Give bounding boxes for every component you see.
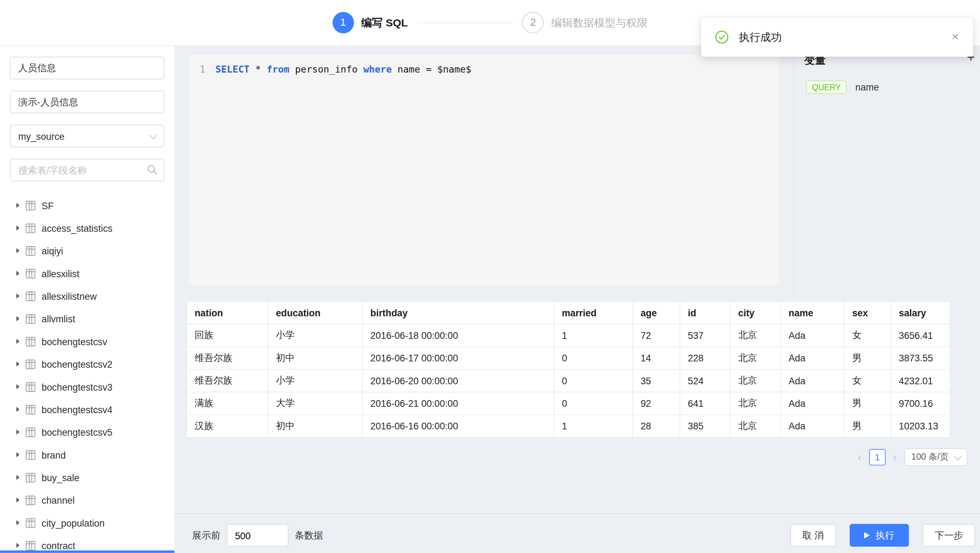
tree-item[interactable]: bochengtestcsv4 bbox=[0, 398, 174, 421]
caret-right-icon[interactable] bbox=[16, 226, 19, 230]
caret-right-icon[interactable] bbox=[16, 475, 19, 480]
caret-right-icon[interactable] bbox=[16, 498, 19, 503]
column-header: nation bbox=[187, 302, 268, 324]
table-name: allesxilist bbox=[41, 268, 79, 279]
next-step-button[interactable]: 下一步 bbox=[923, 524, 975, 547]
tree-item[interactable]: channel bbox=[0, 489, 174, 511]
table-icon bbox=[26, 427, 35, 437]
sql-editor[interactable]: 1 SELECT * from person_info where name =… bbox=[188, 54, 781, 287]
table-icon bbox=[26, 382, 35, 391]
cell: 641 bbox=[680, 392, 730, 415]
search-box bbox=[10, 159, 164, 181]
success-toast: 执行成功 ✕ bbox=[701, 17, 973, 57]
pagination: ‹ 1 › 100 条/页 bbox=[858, 448, 967, 466]
cell: 10203.13 bbox=[891, 415, 950, 437]
table-icon bbox=[26, 223, 35, 233]
caret-right-icon[interactable] bbox=[16, 520, 19, 525]
table-name: allesxilistnew bbox=[41, 291, 97, 301]
tree-item[interactable]: access_statistics bbox=[0, 217, 174, 239]
sql-text: name = $name$ bbox=[392, 64, 471, 75]
cell: 北京 bbox=[730, 369, 781, 392]
tree-item[interactable]: aiqiyi bbox=[0, 239, 174, 262]
column-header: id bbox=[680, 302, 730, 324]
current-page-button[interactable]: 1 bbox=[869, 449, 885, 465]
table-icon bbox=[26, 200, 35, 210]
caret-right-icon[interactable] bbox=[16, 452, 19, 457]
search-icon bbox=[147, 164, 158, 175]
page-size-select[interactable]: 100 条/页 bbox=[904, 448, 967, 466]
cell: 北京 bbox=[730, 346, 781, 369]
dataset-name-input[interactable] bbox=[10, 57, 164, 79]
tree-item[interactable]: city_population bbox=[0, 512, 174, 534]
cancel-button[interactable]: 取 消 bbox=[791, 524, 836, 547]
search-input[interactable] bbox=[10, 159, 164, 181]
tree-item[interactable]: brand bbox=[0, 443, 174, 466]
caret-right-icon[interactable] bbox=[16, 316, 19, 321]
caret-right-icon[interactable] bbox=[16, 293, 19, 298]
run-button[interactable]: 执行 bbox=[850, 524, 909, 547]
cell: 385 bbox=[680, 415, 730, 437]
prev-page-button[interactable]: ‹ bbox=[858, 451, 862, 463]
table-name: allvmlist bbox=[41, 313, 75, 324]
caret-right-icon[interactable] bbox=[16, 361, 19, 366]
column-header: city bbox=[730, 302, 781, 324]
tree-item[interactable]: allesxilistnew bbox=[0, 284, 174, 307]
table-icon bbox=[26, 314, 35, 323]
tree-item[interactable]: bochengtestcsv bbox=[0, 330, 174, 353]
table-icon bbox=[26, 450, 35, 460]
sidebar-scrollbar[interactable] bbox=[0, 551, 174, 553]
cell: Ada bbox=[781, 369, 845, 392]
table-name: bochengtestcsv3 bbox=[41, 381, 112, 392]
chevron-down-icon bbox=[954, 452, 962, 460]
success-check-icon bbox=[715, 30, 729, 44]
tree-item[interactable]: allesxilist bbox=[0, 262, 174, 284]
table-name: bochengtestcsv2 bbox=[41, 359, 112, 369]
cell: 0 bbox=[554, 369, 633, 392]
caret-right-icon[interactable] bbox=[16, 407, 19, 412]
limit-input[interactable] bbox=[227, 524, 288, 547]
tree-item[interactable]: bochengtestcsv5 bbox=[0, 421, 174, 443]
line-number: 1 bbox=[200, 64, 205, 75]
run-button-label: 执行 bbox=[875, 529, 894, 541]
table-icon bbox=[26, 473, 35, 482]
cell: Ada bbox=[781, 415, 845, 437]
table-name: contract bbox=[41, 540, 75, 551]
caret-right-icon[interactable] bbox=[16, 384, 19, 389]
tree-item[interactable]: allvmlist bbox=[0, 307, 174, 330]
cell: 初中 bbox=[268, 415, 363, 437]
sidebar: my_source SF access_statistics aiqiyi al… bbox=[0, 45, 175, 553]
tree-item[interactable]: buy_sale bbox=[0, 466, 174, 489]
dataset-display-name-input[interactable] bbox=[10, 91, 164, 113]
table-name: SF bbox=[41, 200, 54, 211]
tree-item[interactable]: bochengtestcsv3 bbox=[0, 375, 174, 398]
datasource-select[interactable]: my_source bbox=[10, 125, 164, 147]
caret-right-icon[interactable] bbox=[16, 429, 19, 434]
step-2-edit-model[interactable]: 2 编辑数据模型与权限 bbox=[522, 12, 648, 33]
table-name: access_statistics bbox=[41, 222, 112, 233]
cell: 北京 bbox=[730, 392, 781, 415]
play-icon bbox=[864, 532, 870, 539]
variable-type-tag: QUERY bbox=[807, 81, 846, 94]
caret-right-icon[interactable] bbox=[16, 339, 19, 344]
caret-right-icon[interactable] bbox=[16, 203, 19, 208]
tree-item[interactable]: SF bbox=[0, 194, 174, 217]
table-name: brand bbox=[41, 450, 66, 460]
cell: 28 bbox=[633, 415, 680, 437]
tree-item[interactable]: bochengtestcsv2 bbox=[0, 353, 174, 375]
table-row: 回族小学2016-06-18 00:00:00172537北京Ada女3656.… bbox=[187, 324, 950, 346]
next-page-button[interactable]: › bbox=[893, 451, 897, 463]
caret-right-icon[interactable] bbox=[16, 543, 19, 548]
caret-right-icon[interactable] bbox=[16, 271, 19, 276]
caret-right-icon[interactable] bbox=[16, 248, 19, 253]
step-1-edit-sql[interactable]: 1 编写 SQL bbox=[332, 12, 407, 33]
main-area: 1 SELECT * from person_info where name =… bbox=[175, 45, 980, 553]
cell: 女 bbox=[845, 369, 891, 392]
sql-keyword: from bbox=[267, 64, 290, 75]
cell: 男 bbox=[845, 392, 891, 415]
close-icon[interactable]: ✕ bbox=[951, 31, 959, 43]
table-icon bbox=[26, 405, 35, 414]
results-table: nation education birthday married age id… bbox=[186, 301, 950, 438]
cell: 2016-06-17 00:00:00 bbox=[363, 346, 554, 369]
cell: 大学 bbox=[268, 392, 363, 415]
cell: 4232.01 bbox=[891, 369, 950, 392]
